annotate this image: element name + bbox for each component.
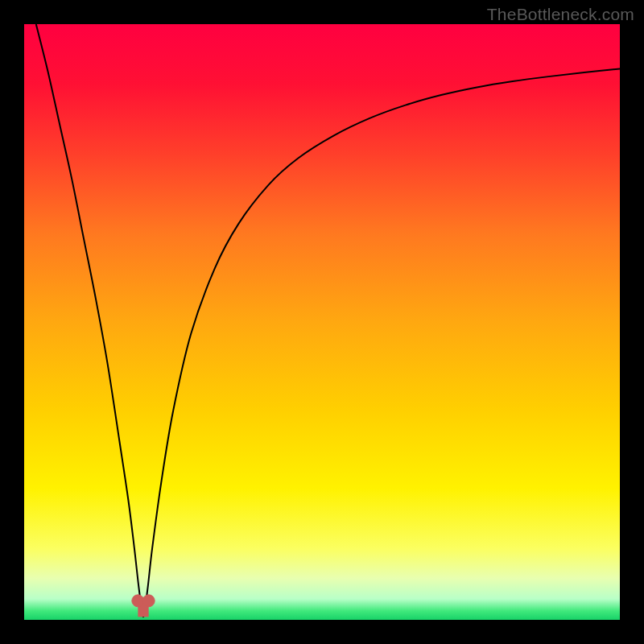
min-marker-right <box>142 595 155 607</box>
outer-frame: TheBottleneck.com <box>0 0 644 644</box>
gradient-background <box>24 24 620 620</box>
watermark-text: TheBottleneck.com <box>487 5 634 24</box>
plot-area <box>24 24 620 620</box>
chart-svg <box>24 24 620 620</box>
min-marker-left <box>132 595 144 607</box>
